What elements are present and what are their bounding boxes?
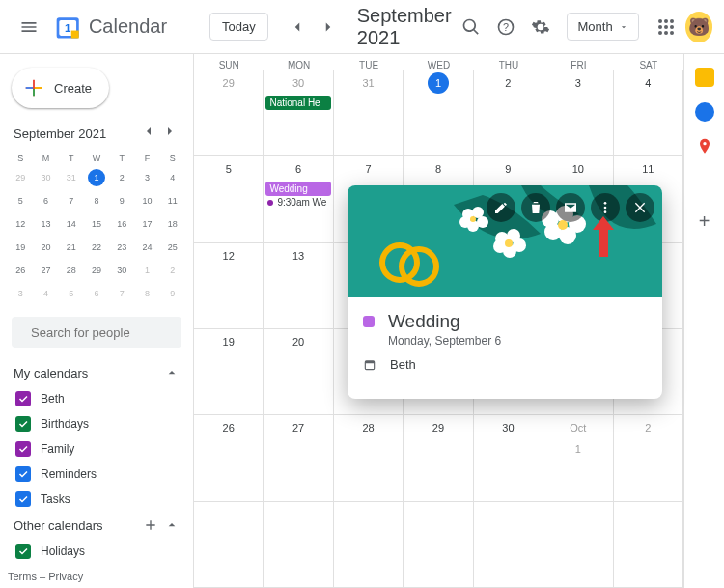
close-popup-button[interactable] xyxy=(626,193,654,222)
mini-day[interactable]: 21 xyxy=(59,236,84,259)
mini-day[interactable]: 2 xyxy=(109,166,134,189)
mini-prev-button[interactable] xyxy=(139,122,158,145)
mini-day[interactable]: 4 xyxy=(33,282,58,305)
day-cell[interactable]: 31 xyxy=(334,70,404,156)
mini-day[interactable]: 14 xyxy=(59,212,84,236)
tasks-icon[interactable] xyxy=(695,102,714,122)
day-cell[interactable]: 4 xyxy=(614,70,683,156)
mini-day[interactable]: 29 xyxy=(8,166,33,189)
mini-day[interactable]: 2 xyxy=(160,259,185,282)
day-cell[interactable]: 5 xyxy=(194,156,264,242)
day-cell[interactable] xyxy=(264,502,333,588)
checkbox-icon[interactable] xyxy=(15,466,31,482)
search-people[interactable] xyxy=(12,317,181,348)
mini-day[interactable]: 3 xyxy=(134,166,159,189)
day-cell[interactable]: 28 xyxy=(334,415,404,501)
day-cell[interactable]: 26 xyxy=(194,415,264,501)
checkbox-icon[interactable] xyxy=(15,544,31,559)
day-cell[interactable]: 30 xyxy=(474,415,543,501)
event-chip[interactable]: Wedding xyxy=(265,182,330,196)
google-apps-icon[interactable] xyxy=(651,10,682,44)
today-button[interactable]: Today xyxy=(209,13,268,41)
prev-month-button[interactable] xyxy=(284,14,311,41)
day-cell[interactable] xyxy=(474,502,543,588)
my-calendars-toggle[interactable]: My calendars xyxy=(8,359,185,386)
footer-links[interactable]: Terms – Privacy xyxy=(8,571,83,582)
calendar-item[interactable]: Holidays xyxy=(8,539,185,564)
mini-day[interactable]: 8 xyxy=(84,189,109,212)
mini-day[interactable]: 1 xyxy=(134,259,159,282)
day-cell[interactable] xyxy=(404,502,473,588)
checkbox-icon[interactable] xyxy=(15,491,31,507)
mini-day[interactable]: 3 xyxy=(8,282,33,305)
account-avatar[interactable]: 🐻 xyxy=(685,12,712,42)
help-icon[interactable]: ? xyxy=(490,10,521,44)
mini-day[interactable]: 6 xyxy=(33,189,58,212)
settings-gear-icon[interactable] xyxy=(525,10,556,44)
create-button[interactable]: Create xyxy=(12,68,109,108)
mini-next-button[interactable] xyxy=(160,122,180,145)
mini-day[interactable]: 22 xyxy=(84,236,109,259)
mini-day[interactable]: 7 xyxy=(109,282,134,305)
day-cell[interactable]: 12 xyxy=(194,243,264,329)
mini-day[interactable]: 27 xyxy=(33,259,58,282)
day-cell[interactable]: 2 xyxy=(614,415,683,501)
mini-day[interactable]: 9 xyxy=(109,189,134,212)
calendar-item[interactable]: Beth xyxy=(8,386,185,411)
mini-day[interactable]: 18 xyxy=(160,212,185,236)
mini-day[interactable]: 24 xyxy=(134,236,159,259)
checkbox-icon[interactable] xyxy=(15,441,31,457)
calendar-item[interactable]: Tasks xyxy=(8,487,185,512)
add-calendar-icon[interactable] xyxy=(143,518,158,533)
mini-day[interactable]: 5 xyxy=(59,282,84,305)
add-panel-icon[interactable]: + xyxy=(699,210,710,233)
day-cell[interactable]: 13 xyxy=(264,243,333,329)
mini-day[interactable]: 29 xyxy=(84,259,109,282)
mini-calendar[interactable]: SMTWTFS293031123456789101112131415161718… xyxy=(8,151,185,305)
mini-day[interactable]: 9 xyxy=(160,282,185,305)
mini-day[interactable]: 1 xyxy=(84,166,109,189)
day-cell[interactable]: 2 xyxy=(474,70,543,156)
day-cell[interactable]: 6Wedding9:30am We xyxy=(264,156,333,242)
day-cell[interactable]: 19 xyxy=(194,329,264,415)
checkbox-icon[interactable] xyxy=(15,416,31,432)
calendar-item[interactable]: Reminders xyxy=(8,462,185,487)
mini-day[interactable]: 23 xyxy=(109,236,134,259)
day-cell[interactable]: 20 xyxy=(264,329,333,415)
checkbox-icon[interactable] xyxy=(15,391,31,406)
day-cell[interactable] xyxy=(543,502,613,588)
mini-day[interactable]: 6 xyxy=(84,282,109,305)
mini-day[interactable]: 26 xyxy=(8,259,33,282)
mini-day[interactable]: 15 xyxy=(84,212,109,236)
search-people-input[interactable] xyxy=(31,325,193,340)
day-cell[interactable] xyxy=(614,502,683,588)
search-icon[interactable] xyxy=(456,10,487,44)
mini-day[interactable]: 12 xyxy=(8,212,33,236)
options-button[interactable] xyxy=(591,193,620,222)
view-selector[interactable]: Month xyxy=(567,13,638,41)
calendar-item[interactable]: Birthdays xyxy=(8,411,185,436)
edit-event-button[interactable] xyxy=(487,193,515,222)
mini-day[interactable]: 19 xyxy=(8,236,33,259)
mini-day[interactable]: 20 xyxy=(33,236,58,259)
day-cell[interactable]: 27 xyxy=(264,415,333,501)
day-cell[interactable]: 29 xyxy=(194,70,264,156)
mini-day[interactable]: 30 xyxy=(33,166,58,189)
mini-day[interactable]: 17 xyxy=(134,212,159,236)
other-calendars-toggle[interactable]: Other calendars xyxy=(8,512,185,539)
day-cell[interactable]: Oct 1 xyxy=(543,415,613,501)
mini-day[interactable]: 5 xyxy=(8,189,33,212)
day-cell[interactable]: 1 xyxy=(404,70,473,156)
day-cell[interactable]: 3 xyxy=(543,70,613,156)
mini-day[interactable]: 13 xyxy=(33,212,58,236)
mini-day[interactable]: 16 xyxy=(109,212,134,236)
keep-icon[interactable] xyxy=(695,68,714,87)
delete-event-button[interactable] xyxy=(521,193,550,222)
mini-day[interactable]: 11 xyxy=(160,189,185,212)
mini-day[interactable]: 25 xyxy=(160,236,185,259)
mini-day[interactable]: 8 xyxy=(134,282,159,305)
mini-day[interactable]: 7 xyxy=(59,189,84,212)
event-chip[interactable]: National He xyxy=(265,96,330,110)
mini-day[interactable]: 30 xyxy=(109,259,134,282)
day-cell[interactable] xyxy=(334,502,404,588)
